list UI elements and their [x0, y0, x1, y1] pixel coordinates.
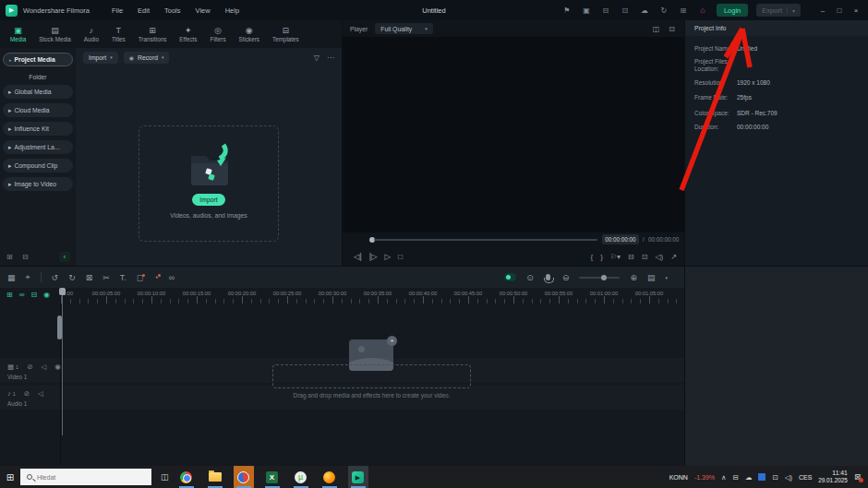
tab-filters[interactable]: ◎Filters: [205, 20, 230, 48]
menu-view[interactable]: View: [196, 6, 211, 15]
playhead-handle[interactable]: [59, 288, 66, 295]
volume-icon[interactable]: ◁): [655, 253, 663, 261]
redo-icon[interactable]: ↻: [68, 273, 76, 282]
lock-track-icon[interactable]: ⊘: [24, 389, 30, 398]
export-button[interactable]: Export ▾: [756, 4, 801, 17]
compare-view-icon[interactable]: ◫: [653, 25, 660, 33]
collapse-sidebar-icon[interactable]: ‹: [59, 252, 70, 262]
record-dropdown[interactable]: ◉ Record ▾: [124, 52, 170, 64]
firefox-app-icon[interactable]: [319, 466, 340, 488]
tab-stock-media[interactable]: ▤Stock Media: [34, 20, 76, 48]
minimize-button[interactable]: –: [814, 6, 831, 15]
filter-funnel-icon[interactable]: ▽: [314, 54, 319, 62]
timeline-dropzone[interactable]: [272, 364, 471, 388]
sidebar-item-image-to-video[interactable]: ▸Image to Video: [3, 177, 73, 191]
tab-transitions[interactable]: ⊞Transitions: [134, 20, 172, 48]
pointer-tool-icon[interactable]: ⌖: [26, 272, 30, 282]
quality-dropdown[interactable]: Full Quality ▾: [375, 23, 433, 34]
track-scroll-handle[interactable]: [57, 315, 62, 339]
snapshot-icon[interactable]: ⊙: [526, 273, 534, 282]
zoom-out-icon[interactable]: ⊖: [562, 273, 570, 282]
timeline-zoom-slider[interactable]: [579, 277, 620, 279]
upload-cloud-icon[interactable]: ☁: [639, 6, 650, 15]
tab-titles[interactable]: TTitles: [107, 20, 130, 48]
voiceover-mic-icon[interactable]: [546, 274, 550, 280]
text-tool-icon[interactable]: T.: [120, 273, 127, 282]
display-settings-icon[interactable]: ⊟: [628, 253, 634, 261]
keyframe-reel-icon[interactable]: ◉: [43, 291, 50, 299]
sidebar-item-project-media[interactable]: ▸ Project Media: [3, 53, 73, 66]
tab-audio[interactable]: ♪Audio: [79, 20, 103, 48]
crop-icon[interactable]: ◻: [137, 273, 143, 282]
copy-clip-icon[interactable]: ⊞: [6, 291, 13, 299]
clock[interactable]: 11:41 29.01.2025: [818, 470, 848, 484]
chrome-app-icon[interactable]: [176, 466, 197, 488]
play-icon[interactable]: ▷: [385, 252, 392, 261]
stock-ticker-symbol[interactable]: KONN: [669, 474, 688, 481]
next-frame-icon[interactable]: |▷: [369, 252, 378, 261]
tray-app-icon[interactable]: ⊟: [733, 473, 739, 482]
shopping-cart-icon[interactable]: ⌂: [697, 6, 708, 15]
screen-recorder-icon[interactable]: ▣: [581, 6, 592, 15]
folder-icon[interactable]: ⊟: [22, 253, 29, 261]
track-manager-icon[interactable]: ▤: [647, 273, 656, 282]
import-dropzone[interactable]: Import Videos, audios, and images: [139, 125, 279, 242]
speed-ramp-icon[interactable]: ◔: [153, 273, 158, 282]
video-preview-area[interactable]: [343, 37, 684, 232]
search-input[interactable]: [37, 474, 129, 481]
fullscreen-icon[interactable]: ↗: [670, 253, 677, 261]
undo-icon[interactable]: ↺: [52, 273, 59, 282]
menu-edit[interactable]: Edit: [138, 6, 150, 15]
stock-ticker-change[interactable]: -1.39%: [694, 474, 715, 481]
apps-grid-icon[interactable]: ⊞: [678, 6, 689, 15]
stop-icon[interactable]: □: [398, 252, 403, 261]
snapshot-camera-icon[interactable]: ⊡: [642, 253, 648, 261]
hide-track-icon[interactable]: ◉: [54, 363, 61, 371]
media-browser-icon[interactable]: ▦: [7, 273, 16, 282]
zoom-fit-icon[interactable]: ⊕: [630, 273, 637, 282]
playhead-line[interactable]: [62, 288, 63, 435]
network-icon[interactable]: ⊡: [772, 473, 778, 482]
render-preview-toggle[interactable]: [504, 273, 516, 281]
tray-blue-app-icon[interactable]: [758, 473, 766, 481]
language-indicator[interactable]: CES: [799, 474, 812, 481]
onedrive-cloud-icon[interactable]: ☁: [745, 473, 753, 482]
excel-app-icon[interactable]: X: [262, 466, 283, 488]
volume-tray-icon[interactable]: ◁): [785, 473, 792, 482]
close-button[interactable]: ×: [848, 6, 864, 15]
new-folder-icon[interactable]: ⊞: [6, 253, 13, 261]
sidebar-item-cloud-media[interactable]: ▸Cloud Media: [3, 103, 73, 117]
utorrent-app-icon[interactable]: µ: [291, 466, 311, 488]
sync-icon[interactable]: ↻: [658, 6, 669, 15]
maximize-button[interactable]: □: [831, 6, 848, 15]
add-media-badge-icon[interactable]: +: [387, 336, 397, 346]
mini-player-icon[interactable]: ⊡: [669, 25, 675, 33]
login-button[interactable]: Login: [717, 4, 748, 17]
taskbar-search[interactable]: [20, 469, 151, 485]
scrubber-track[interactable]: [374, 239, 597, 241]
menu-file[interactable]: File: [112, 6, 123, 15]
tab-stickers[interactable]: ◉Stickers: [235, 20, 264, 48]
file-explorer-app-icon[interactable]: [205, 466, 225, 488]
link-clips-icon[interactable]: ∞: [169, 273, 175, 282]
action-center-icon[interactable]: ⊠: [854, 472, 861, 482]
megaphone-icon[interactable]: ⚑: [561, 6, 573, 15]
mark-in-icon[interactable]: {: [591, 253, 594, 261]
sidebar-item-influence-kit[interactable]: ▸Influence Kit: [3, 122, 73, 136]
split-scissors-icon[interactable]: ✂: [102, 273, 110, 282]
menu-help[interactable]: Help: [225, 6, 239, 15]
marker-flag-icon[interactable]: ⚐▾: [610, 253, 621, 261]
mark-out-icon[interactable]: }: [600, 253, 603, 261]
render-export-icon[interactable]: ⊟: [30, 291, 37, 299]
more-options-icon[interactable]: ⋯: [327, 54, 334, 62]
tab-effects[interactable]: ✦Effects: [175, 20, 201, 48]
auto-ripple-icon[interactable]: ∞: [19, 291, 25, 299]
sidebar-item-global-media[interactable]: ▸Global Media: [3, 85, 73, 99]
sidebar-item-adjustment-layer[interactable]: ▸Adjustment La...: [3, 140, 73, 154]
menu-tools[interactable]: Tools: [164, 6, 181, 15]
hidden-icons-chevron[interactable]: ∧: [721, 473, 727, 482]
export-caret-icon[interactable]: ▾: [787, 7, 795, 14]
windows-start-icon[interactable]: ⊞: [0, 472, 20, 482]
display-icon[interactable]: ⊟: [600, 6, 611, 15]
tab-media[interactable]: ▣Media: [6, 20, 30, 48]
